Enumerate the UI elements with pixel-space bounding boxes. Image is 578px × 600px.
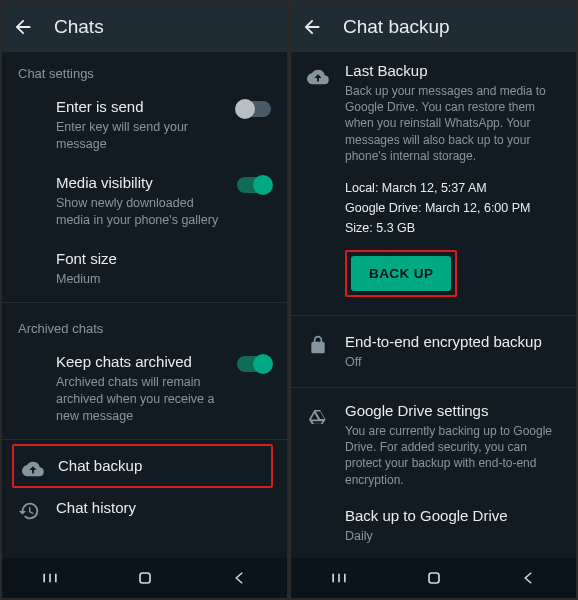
chat-backup-row[interactable]: Chat backup: [12, 444, 273, 488]
lock-icon: [307, 334, 329, 356]
backup-size: Size: 5.3 GB: [345, 218, 560, 238]
back-icon[interactable]: [12, 16, 34, 38]
home-button[interactable]: [422, 566, 446, 590]
android-navbar: [2, 558, 287, 598]
font-size-value: Medium: [56, 271, 271, 288]
cloud-upload-icon: [22, 458, 44, 480]
gdrive-settings-block: Google Drive settings You are currently …: [291, 392, 576, 502]
media-visibility-row[interactable]: Media visibility Show newly downloaded m…: [2, 163, 287, 239]
svg-rect-3: [140, 573, 150, 583]
last-backup-desc: Back up your messages and media to Googl…: [345, 83, 560, 164]
enter-is-send-toggle[interactable]: [237, 101, 271, 117]
media-visibility-toggle[interactable]: [237, 177, 271, 193]
chat-history-row[interactable]: Chat history: [2, 488, 287, 528]
page-title: Chats: [54, 16, 104, 38]
gdrive-title: Google Drive settings: [345, 402, 560, 419]
e2e-backup-row[interactable]: End-to-end encrypted backup Off: [291, 320, 576, 383]
back-icon[interactable]: [301, 16, 323, 38]
keep-archived-row[interactable]: Keep chats archived Archived chats will …: [2, 342, 287, 435]
google-drive-icon: [307, 406, 329, 428]
backup-frequency-title: Back up to Google Drive: [345, 506, 560, 526]
appbar: Chats: [2, 2, 287, 52]
enter-is-send-sub: Enter key will send your message: [56, 119, 271, 153]
keep-archived-sub: Archived chats will remain archived when…: [56, 374, 271, 425]
font-size-row[interactable]: Font size Medium: [2, 239, 287, 298]
font-size-title: Font size: [56, 249, 271, 269]
android-navbar: [291, 558, 576, 598]
backup-frequency-value: Daily: [345, 528, 560, 545]
media-visibility-sub: Show newly downloaded media in your phon…: [56, 195, 271, 229]
last-backup-title: Last Backup: [345, 62, 560, 79]
backup-gdrive: Google Drive: March 12, 6:00 PM: [345, 198, 560, 218]
cloud-upload-icon: [307, 66, 329, 88]
gdrive-desc: You are currently backing up to Google D…: [345, 423, 560, 488]
page-title: Chat backup: [343, 16, 450, 38]
chat-history-label: Chat history: [56, 498, 271, 518]
home-button[interactable]: [133, 566, 157, 590]
last-backup-block: Last Backup Back up your messages and me…: [291, 52, 576, 311]
recent-apps-button[interactable]: [38, 566, 62, 590]
svg-rect-7: [429, 573, 439, 583]
e2e-status: Off: [345, 354, 560, 371]
recent-apps-button[interactable]: [327, 566, 351, 590]
chat-backup-screen: Chat backup Last Backup Back up your mes…: [291, 2, 576, 598]
divider: [2, 439, 287, 440]
divider: [291, 387, 576, 388]
e2e-title: End-to-end encrypted backup: [345, 332, 560, 352]
section-header-archived: Archived chats: [2, 307, 287, 342]
backup-stats: Local: March 12, 5:37 AM Google Drive: M…: [345, 178, 560, 238]
divider: [2, 302, 287, 303]
divider: [291, 315, 576, 316]
backup-button[interactable]: BACK UP: [351, 256, 451, 291]
section-header-chat-settings: Chat settings: [2, 52, 287, 87]
enter-is-send-row[interactable]: Enter is send Enter key will send your m…: [2, 87, 287, 163]
back-button[interactable]: [228, 566, 252, 590]
backup-local: Local: March 12, 5:37 AM: [345, 178, 560, 198]
backup-button-highlight: BACK UP: [345, 250, 457, 297]
chat-backup-label: Chat backup: [58, 456, 265, 476]
history-icon: [18, 500, 40, 522]
keep-archived-toggle[interactable]: [237, 356, 271, 372]
back-button[interactable]: [517, 566, 541, 590]
chats-settings-screen: Chats Chat settings Enter is send Enter …: [2, 2, 287, 598]
appbar: Chat backup: [291, 2, 576, 52]
backup-frequency-row[interactable]: Back up to Google Drive Daily: [291, 502, 576, 555]
